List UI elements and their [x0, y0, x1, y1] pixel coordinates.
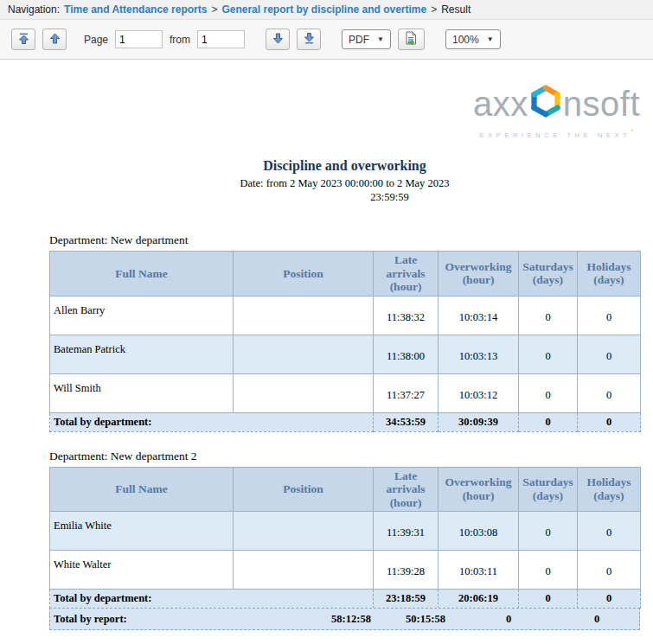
- report-body: axx nsoft: [49, 60, 640, 630]
- cell-late-arrivals: 11:37:27: [374, 373, 439, 412]
- first-page-button[interactable]: [11, 29, 35, 50]
- cell-full-name: Emilia White: [50, 512, 234, 551]
- page-number-input[interactable]: [115, 30, 163, 48]
- col-header-late-arrivals: Late arrivals (hour): [374, 467, 439, 512]
- col-header-saturdays: Saturdays (days): [519, 252, 578, 296]
- arrow-up-icon: [49, 33, 61, 47]
- cell-holidays: 0: [578, 296, 641, 335]
- total-overworking: 20:06:19: [439, 590, 519, 609]
- export-format-select[interactable]: PDF ▼: [342, 29, 391, 49]
- logo-row: axx nsoft: [49, 60, 640, 139]
- report-date-range: Date: from 2 May 2023 00:00:00 to 2 May …: [49, 176, 640, 205]
- first-page-icon: [18, 33, 29, 47]
- total-saturdays: 0: [519, 590, 578, 609]
- col-header-full-name: Full Name: [50, 467, 234, 512]
- next-page-button[interactable]: [266, 29, 290, 50]
- cell-position: [234, 512, 374, 551]
- cell-full-name: Bateman Patrick: [50, 335, 234, 373]
- report-total-holidays: 0: [594, 613, 599, 626]
- previous-page-button[interactable]: [42, 29, 67, 50]
- chevron-down-icon: ▼: [377, 36, 384, 43]
- breadcrumb-separator: >: [431, 3, 437, 16]
- report-total-late-arrivals: 58:12:58: [331, 613, 371, 626]
- col-header-overworking: Overworking (hour): [439, 467, 519, 512]
- department-total-row: Total by department: 23:18:59 20:06:19 0…: [50, 590, 641, 609]
- report-toolbar: Page from PDF ▼: [0, 20, 653, 60]
- breadcrumb-separator: >: [211, 3, 217, 16]
- cell-holidays: 0: [578, 373, 641, 412]
- cell-saturdays: 0: [519, 551, 578, 590]
- table-row: Emilia White 11:39:31 10:03:08 0 0: [50, 512, 641, 551]
- total-holidays: 0: [578, 590, 641, 609]
- table-row: White Walter 11:39:28 10:03:11 0 0: [50, 551, 641, 590]
- cell-overworking: 10:03:08: [439, 512, 519, 551]
- cell-position: [234, 551, 374, 590]
- cell-saturdays: 0: [519, 296, 578, 335]
- col-header-position: Position: [234, 252, 374, 296]
- chevron-down-icon: ▼: [487, 36, 494, 43]
- cell-holidays: 0: [578, 551, 641, 590]
- axxonsoft-wordmark: axx nsoft: [473, 84, 640, 124]
- report-page: axx nsoft: [0, 60, 653, 630]
- last-page-button[interactable]: [297, 29, 321, 50]
- col-header-holidays: Holidays (days): [578, 252, 641, 296]
- table-row: Will Smith 11:37:27 10:03:12 0 0: [50, 373, 641, 412]
- col-header-position: Position: [234, 467, 374, 512]
- total-saturdays: 0: [519, 412, 578, 431]
- cell-overworking: 10:03:12: [439, 373, 519, 412]
- cell-saturdays: 0: [519, 335, 578, 373]
- table-header-row: Full Name Position Late arrivals (hour) …: [50, 467, 641, 512]
- logo-text-start: axx: [473, 86, 528, 121]
- col-header-saturdays: Saturdays (days): [519, 467, 578, 512]
- department-table: Full Name Position Late arrivals (hour) …: [49, 251, 641, 432]
- page-label: Page: [84, 34, 108, 46]
- cell-saturdays: 0: [519, 373, 578, 412]
- report-total-label: Total by report:: [54, 613, 127, 626]
- total-label: Total by department:: [50, 412, 374, 431]
- arrow-down-icon: [272, 33, 284, 47]
- cell-late-arrivals: 11:39:31: [374, 512, 439, 551]
- table-row: Allen Barry 11:38:32 10:03:14 0 0: [50, 296, 641, 335]
- cell-late-arrivals: 11:38:00: [374, 335, 439, 373]
- cell-position: [234, 296, 374, 335]
- cell-holidays: 0: [578, 512, 641, 551]
- logo-text-end: nsoft: [563, 86, 640, 121]
- cell-overworking: 10:03:14: [439, 296, 519, 335]
- zoom-select[interactable]: 100% ▼: [445, 29, 501, 49]
- export-format-value: PDF: [349, 34, 369, 46]
- from-label: from: [170, 34, 190, 46]
- breadcrumb-prefix: Navigation:: [8, 3, 60, 16]
- department-table: Full Name Position Late arrivals (hour) …: [49, 467, 641, 609]
- col-header-holidays: Holidays (days): [578, 467, 641, 512]
- breadcrumb-current: Result: [441, 3, 471, 16]
- axxonsoft-logo: axx nsoft: [473, 84, 640, 139]
- table-header-row: Full Name Position Late arrivals (hour) …: [50, 252, 641, 296]
- department-total-row: Total by department: 34:53:59 30:09:39 0…: [50, 412, 641, 431]
- cell-full-name: White Walter: [50, 551, 234, 590]
- logo-mark: °: [631, 128, 633, 136]
- last-page-icon: [304, 33, 315, 47]
- date-line-2: 23:59:59: [370, 191, 408, 203]
- cell-overworking: 10:03:13: [439, 335, 519, 373]
- report-viewer-window: Navigation: Time and Attendance reports …: [0, 0, 653, 630]
- report-total-saturdays: 0: [506, 613, 511, 626]
- report-title: Discipline and overworking: [49, 158, 640, 174]
- total-overworking: 30:09:39: [439, 412, 519, 431]
- cell-late-arrivals: 11:38:32: [374, 296, 439, 335]
- cell-full-name: Allen Barry: [50, 296, 234, 335]
- breadcrumb-link-general-report[interactable]: General report by discipline and overtim…: [221, 3, 426, 16]
- cell-position: [234, 373, 374, 412]
- report-total-overworking: 50:15:58: [406, 613, 445, 626]
- logo-tagline: EXPERIENCE THE NEXT°: [473, 128, 640, 139]
- breadcrumb-link-time-attendance-reports[interactable]: Time and Attendance reports: [64, 3, 207, 16]
- total-pages-input[interactable]: [197, 30, 245, 48]
- cell-saturdays: 0: [519, 512, 578, 551]
- export-button[interactable]: [398, 29, 425, 50]
- total-holidays: 0: [578, 412, 641, 431]
- department-label: Department: New department: [49, 233, 640, 247]
- total-label: Total by department:: [50, 590, 374, 609]
- cell-holidays: 0: [578, 335, 641, 373]
- table-row: Bateman Patrick 11:38:00 10:03:13 0 0: [50, 335, 641, 373]
- export-icon: [404, 31, 418, 48]
- col-header-full-name: Full Name: [50, 252, 234, 296]
